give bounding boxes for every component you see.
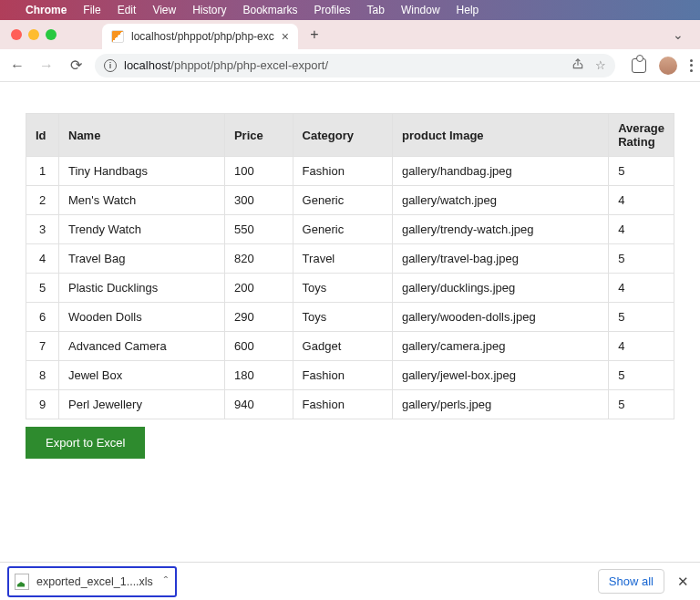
cell-category: Toys [293,303,392,332]
address-bar[interactable]: i localhost/phppot/php/php-excel-export/… [95,54,615,78]
cell-category: Generic [293,215,392,244]
cell-image: gallery/travel-bag.jpeg [393,244,609,274]
cell-name: Plastic Ducklings [59,274,225,303]
cell-category: Gadget [293,332,392,361]
chrome-titlebar: localhost/phppot/php/php-exc × + ⌄ [0,20,700,49]
extensions-icon[interactable] [632,58,646,73]
cell-category: Fashion [293,390,392,419]
cell-name: Tiny Handbags [59,157,225,186]
cell-image: gallery/trendy-watch.jpeg [393,215,609,244]
cell-id: 1 [26,157,59,186]
cell-rating: 4 [609,274,674,303]
cell-name: Men's Watch [59,186,225,215]
menubar-tab[interactable]: Tab [367,4,385,16]
cell-rating: 4 [609,215,674,244]
menubar-window[interactable]: Window [401,4,440,16]
download-item[interactable]: exported_excel_1....xls ˆ [7,566,177,597]
table-row: 8Jewel Box180Fashiongallery/jewel-box.jp… [26,361,674,390]
th-price: Price [224,114,293,157]
table-row: 4Travel Bag820Travelgallery/travel-bag.j… [26,244,674,274]
cell-rating: 5 [609,157,674,186]
cell-category: Generic [293,186,392,215]
download-shelf: exported_excel_1....xls ˆ Show all ✕ [0,562,700,600]
th-image: product Image [393,114,609,157]
cell-id: 8 [26,361,59,390]
cell-name: Travel Bag [59,244,225,274]
menubar-history[interactable]: History [192,4,226,16]
cell-category: Toys [293,274,392,303]
cell-category: Fashion [293,157,392,186]
profile-avatar[interactable] [659,57,677,75]
th-id: Id [26,114,59,157]
forward-button: → [36,57,57,74]
cell-id: 3 [26,215,59,244]
cell-image: gallery/watch.jpeg [393,186,609,215]
maximize-window-button[interactable] [46,29,57,40]
chrome-menu-icon[interactable] [690,59,693,72]
table-row: 9Perl Jewellery940Fashiongallery/perls.j… [26,390,674,419]
cell-price: 100 [224,157,293,186]
chrome-toolbar: ← → ⟳ i localhost/phppot/php/php-excel-e… [0,49,700,82]
th-category: Category [293,114,392,157]
products-table: Id Name Price Category product Image Ave… [26,113,674,419]
cell-name: Perl Jewellery [59,390,225,419]
menubar-file[interactable]: File [83,4,100,16]
tab-search-icon[interactable]: ⌄ [673,27,684,42]
cell-image: gallery/wooden-dolls.jpeg [393,303,609,332]
menubar-view[interactable]: View [152,4,176,16]
macos-menubar: Chrome File Edit View History Bookmarks … [0,0,700,20]
cell-id: 5 [26,274,59,303]
cell-rating: 4 [609,186,674,215]
reload-button[interactable]: ⟳ [66,57,86,74]
close-window-button[interactable] [11,29,22,40]
cell-id: 2 [26,186,59,215]
cell-category: Travel [293,244,392,274]
cell-rating: 5 [609,361,674,390]
xampp-favicon-icon [111,30,124,43]
cell-price: 820 [224,244,293,274]
th-name: Name [59,114,225,157]
close-download-shelf-icon[interactable]: ✕ [674,570,693,594]
site-info-icon[interactable]: i [104,59,117,72]
download-menu-chevron-icon[interactable]: ˆ [164,574,168,588]
browser-tab[interactable]: localhost/phppot/php/php-exc × [102,24,298,49]
cell-price: 180 [224,361,293,390]
tab-strip: localhost/phppot/php/php-exc × + ⌄ [102,20,689,49]
menubar-edit[interactable]: Edit [118,4,137,16]
close-tab-icon[interactable]: × [282,29,289,44]
table-row: 1Tiny Handbags100Fashiongallery/handbag.… [26,157,674,186]
table-row: 7Advanced Camera600Gadgetgallery/camera.… [26,332,674,361]
cell-price: 600 [224,332,293,361]
cell-price: 300 [224,186,293,215]
cell-image: gallery/jewel-box.jpeg [393,361,609,390]
cell-image: gallery/handbag.jpeg [393,157,609,186]
menubar-app[interactable]: Chrome [26,4,67,16]
chrome-actions [632,57,693,75]
download-filename: exported_excel_1....xls [36,575,153,588]
menubar-bookmarks[interactable]: Bookmarks [243,4,298,16]
menubar-profiles[interactable]: Profiles [314,4,351,16]
cell-name: Trendy Watch [59,215,225,244]
minimize-window-button[interactable] [28,29,39,40]
back-button[interactable]: ← [7,57,27,74]
window-controls [11,29,57,40]
cell-id: 6 [26,303,59,332]
cell-rating: 5 [609,244,674,274]
cell-name: Jewel Box [59,361,225,390]
cell-price: 940 [224,390,293,419]
show-all-downloads-button[interactable]: Show all [598,569,664,594]
url-text: localhost/phppot/php/php-excel-export/ [124,58,564,72]
cell-rating: 5 [609,303,674,332]
cell-name: Wooden Dolls [59,303,225,332]
cell-category: Fashion [293,361,392,390]
page-content: Id Name Price Category product Image Ave… [0,82,700,459]
new-tab-button[interactable]: + [304,24,325,46]
share-icon[interactable] [571,57,584,73]
cell-image: gallery/perls.jpeg [393,390,609,419]
table-header-row: Id Name Price Category product Image Ave… [26,114,674,157]
cell-price: 290 [224,303,293,332]
menubar-help[interactable]: Help [457,4,479,16]
cell-image: gallery/camera.jpeg [393,332,609,361]
bookmark-star-icon[interactable]: ☆ [595,58,606,72]
export-to-excel-button[interactable]: Export to Excel [26,427,145,459]
